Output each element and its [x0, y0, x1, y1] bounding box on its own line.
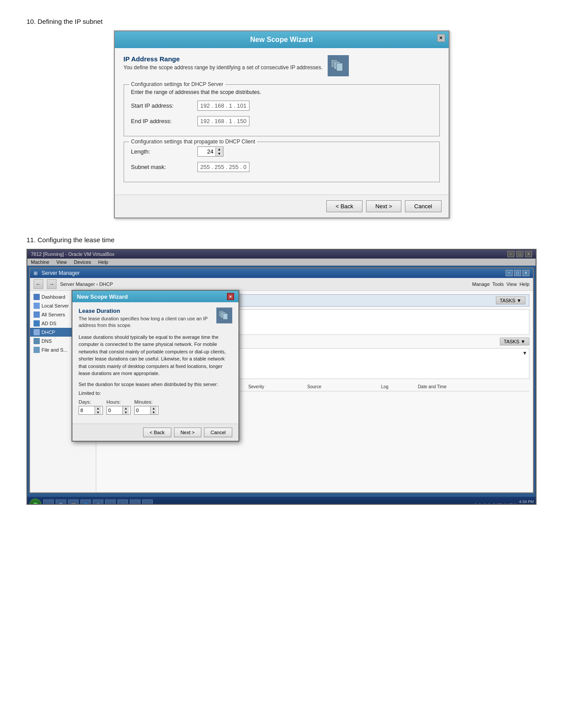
wizard-titlebar-10: New Scope Wizard × [115, 31, 449, 48]
taskbar-app3-icon[interactable]: ◈ [130, 499, 140, 505]
length-row: Length: 24 ▲ ▼ [131, 146, 432, 157]
vm-restore-btn[interactable]: □ [516, 251, 523, 257]
nsw-header-desc: The lease duration specifies how long a … [79, 315, 212, 329]
minutes-spinbox[interactable]: 0 ▲ ▼ [134, 406, 159, 415]
sm-breadcrumb: Server Manager › DHCP [60, 281, 113, 287]
taskbar-app1-icon[interactable]: □ [105, 499, 116, 505]
hours-input[interactable]: 0 [107, 406, 122, 414]
expand-arrow[interactable]: ▼ [522, 350, 527, 356]
days-down-btn[interactable]: ▼ [95, 410, 101, 414]
days-input[interactable]: 8 [79, 406, 94, 414]
sm-win-btns: − □ × [506, 270, 529, 276]
taskbar-user-icon[interactable]: 👤 [80, 499, 91, 505]
col-severity: Severity [248, 384, 307, 389]
length-label: Length: [131, 148, 193, 155]
wizard-header-text-10: IP Address Range You define the scope ad… [124, 55, 323, 71]
cancel-button-10[interactable]: Cancel [405, 200, 441, 212]
section11-title: 11. Configuring the lease time [26, 236, 537, 244]
days-spinbox-btns: ▲ ▼ [94, 406, 101, 414]
nsw-back-btn[interactable]: < Back [143, 428, 171, 437]
menu-view[interactable]: View [57, 259, 67, 265]
sidebar-dashboard-label: Dashboard [42, 294, 65, 300]
nsw-heading: Lease Duration [79, 308, 212, 314]
dhcp-server-config-group: Configuration settings for DHCP Server E… [124, 84, 440, 136]
start-ip-value: 192 . 168 . 1 . 101 [200, 102, 247, 109]
vm-menu-bar: Machine View Devices Help [27, 259, 536, 266]
nsw-title: New Scope Wizard [77, 293, 128, 300]
nsw-next-btn[interactable]: Next > [174, 428, 201, 437]
nsw-fields-row: Days: 8 ▲ ▼ Hours: 0 [79, 399, 232, 415]
taskbar-tray: ⊕ ⊙ ⊗ ⊕ ◎ | Right Ctrl 4:34 PM 5/26/2018 [474, 499, 534, 505]
tasks-button-bottom[interactable]: TASKS ▼ [500, 338, 529, 345]
minutes-field-group: Minutes: 0 ▲ ▼ [134, 399, 159, 415]
next-button-10[interactable]: Next > [366, 200, 401, 212]
vm-taskbar: ⊞ e G 📁 👤 ⚙ □ ◉ ◈ ◇ ⊕ ⊙ ⊗ ⊕ ◎ | Right Ct… [27, 497, 536, 505]
taskbar-settings-icon[interactable]: ⚙ [93, 499, 103, 505]
vm-outer-win-btns: − □ × [507, 251, 532, 257]
nsw-close-btn[interactable]: × [227, 293, 234, 300]
minutes-spinbox-btns: ▲ ▼ [150, 406, 157, 414]
sidebar-local-label: Local Server [42, 303, 69, 308]
menu-machine[interactable]: Machine [31, 259, 49, 265]
sm-manage-btn[interactable]: Manage [472, 281, 490, 287]
all-icon [34, 311, 40, 318]
minutes-input[interactable]: 0 [135, 406, 150, 414]
sidebar-dhcp-label: DHCP [42, 330, 55, 335]
close-icon-10[interactable]: × [437, 34, 445, 42]
minutes-up-btn[interactable]: ▲ [151, 406, 157, 410]
svg-rect-2 [336, 63, 343, 71]
group1-label: Configuration settings for DHCP Server [129, 81, 225, 87]
nsw-cancel-btn[interactable]: Cancel [204, 428, 232, 437]
menu-help[interactable]: Help [98, 259, 108, 265]
length-input[interactable]: 24 [198, 147, 215, 156]
length-spinbox[interactable]: 24 ▲ ▼ [197, 146, 223, 157]
hours-label: Hours: [106, 399, 131, 405]
sm-close-btn[interactable]: × [522, 270, 529, 276]
hours-up-btn[interactable]: ▲ [123, 406, 129, 410]
sm-restore-btn[interactable]: □ [514, 270, 521, 276]
taskbar-folder-icon[interactable]: 📁 [68, 499, 79, 505]
end-ip-label: End IP address: [131, 118, 193, 124]
length-up-btn[interactable]: ▲ [216, 147, 223, 152]
sm-minimize-btn[interactable]: − [506, 270, 513, 276]
tasks-button-top[interactable]: TASKS ▼ [496, 296, 525, 304]
hours-down-btn[interactable]: ▼ [123, 410, 129, 414]
end-ip-row: End IP address: 192 . 168 . 1 . 150 [131, 116, 432, 126]
taskbar-ie-icon[interactable]: e [43, 499, 54, 505]
taskbar-app2-icon[interactable]: ◉ [117, 499, 128, 505]
nsw-set-duration: Set the duration for scope leases when d… [79, 382, 232, 387]
start-ip-input[interactable]: 192 . 168 . 1 . 101 [197, 101, 250, 111]
hours-spinbox[interactable]: 0 ▲ ▼ [106, 406, 131, 415]
col-datetime: Date and Time [418, 384, 529, 389]
vm-close-btn[interactable]: × [525, 251, 532, 257]
sm-view-btn[interactable]: View [506, 281, 517, 287]
end-ip-input[interactable]: 192 . 168 . 1 . 150 [197, 116, 250, 126]
vm-inner-desktop: ⊞ Server Manager − □ × ← → Server Manage… [27, 266, 536, 505]
sidebar-files-label: File and S... [42, 347, 68, 353]
back-button-10[interactable]: < Back [326, 200, 363, 212]
days-up-btn[interactable]: ▲ [95, 406, 101, 410]
dhcp-client-config-group: Configuration settings that propagate to… [124, 142, 440, 182]
wizard-heading-10: IP Address Range [124, 55, 323, 63]
days-spinbox[interactable]: 8 ▲ ▼ [79, 406, 103, 415]
dns-icon [34, 338, 40, 344]
hours-spinbox-btns: ▲ ▼ [122, 406, 129, 414]
sm-forward-btn[interactable]: → [47, 279, 57, 289]
new-scope-wizard-dialog: New Scope Wizard × Lease Duration The le… [72, 290, 239, 442]
minutes-down-btn[interactable]: ▼ [151, 410, 157, 414]
start-button[interactable]: ⊞ [29, 499, 42, 505]
start-ip-row: Start IP address: 192 . 168 . 1 . 101 [131, 101, 432, 111]
col-log: Log [381, 384, 418, 389]
subnet-input[interactable]: 255 . 255 . 255 . 0 [197, 162, 250, 172]
sm-tools-btn[interactable]: Tools [492, 281, 504, 287]
taskbar-chrome-icon[interactable]: G [56, 499, 66, 505]
hours-field-group: Hours: 0 ▲ ▼ [106, 399, 131, 415]
menu-devices[interactable]: Devices [74, 259, 91, 265]
sm-back-btn[interactable]: ← [34, 279, 43, 289]
taskbar-app4-icon[interactable]: ◇ [142, 499, 153, 505]
vm-minimize-btn[interactable]: − [507, 251, 514, 257]
sm-help-btn[interactable]: Help [519, 281, 529, 287]
nsw-limited-text: Limited to: [79, 390, 232, 396]
minutes-label: Minutes: [134, 399, 159, 405]
length-down-btn[interactable]: ▼ [216, 152, 223, 156]
